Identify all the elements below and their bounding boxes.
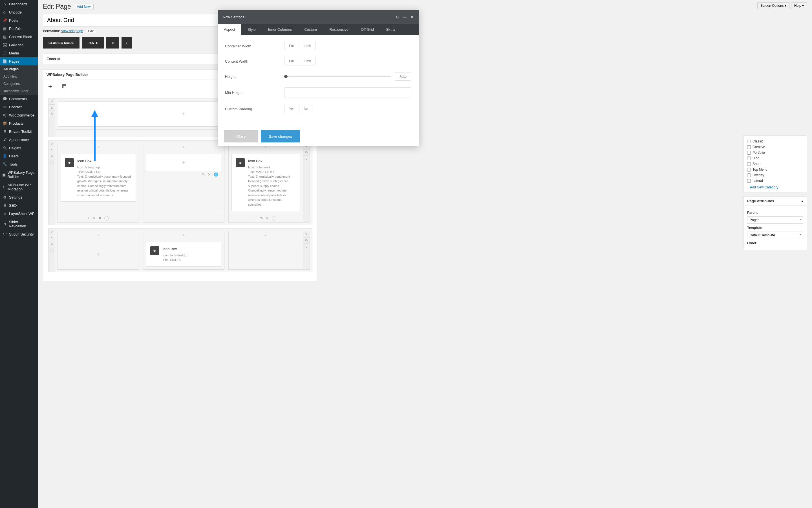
color-indicator[interactable] [50, 249, 54, 252]
minimize-icon[interactable]: — [403, 15, 407, 19]
sidebar-item-plugins[interactable]: 🔌Plugins [0, 144, 38, 152]
category-item[interactable]: Overlay [747, 172, 803, 178]
category-item[interactable]: Lateral [747, 178, 803, 184]
sidebar-sub-all-pages[interactable]: All Pages [0, 66, 38, 73]
add-content-icon[interactable]: + [182, 159, 185, 166]
sidebar-item-envato-toolkit[interactable]: EEnvato Toolkit [0, 127, 38, 136]
builder-column[interactable]: + ✕ ⧉ ⌄ [228, 231, 310, 270]
sidebar-item-comments[interactable]: 💬Comments [0, 95, 38, 103]
chevron-down-icon[interactable]: ⌄ [303, 156, 310, 162]
sidebar-item-contact[interactable]: ✉Contact [0, 103, 38, 111]
category-checkbox[interactable] [747, 162, 751, 166]
edit-row-icon[interactable]: ✎ [48, 111, 55, 117]
category-item[interactable]: Creative [747, 144, 803, 150]
copy-icon[interactable]: ⧉ [303, 150, 310, 156]
auto-button[interactable]: Auto [395, 72, 411, 81]
add-icon[interactable]: + [97, 232, 100, 238]
edit-icon[interactable]: ✎ [260, 216, 263, 220]
builder-column[interactable]: + + [57, 231, 139, 270]
sidebar-item-slider-revolution[interactable]: ↻Slider Revolution [0, 218, 38, 230]
builder-column[interactable]: + ★ Icon Box Icon: fa fa-group Title: AB… [57, 143, 139, 222]
edit-row-icon[interactable]: ✎ [48, 153, 55, 159]
close-button[interactable]: Close [224, 130, 258, 142]
limit-option[interactable]: Limit [299, 42, 315, 50]
screen-options-button[interactable]: Screen Options ▾ [757, 2, 790, 9]
add-content-icon[interactable]: + [182, 111, 185, 117]
category-checkbox[interactable] [747, 173, 751, 177]
limit-option[interactable]: Limit [299, 57, 315, 65]
sidebar-item-content-block[interactable]: ▤Content Block [0, 33, 38, 41]
category-item[interactable]: Classic [747, 138, 803, 144]
builder-row[interactable]: ⤢ ≡ ✎ + + [48, 228, 312, 272]
no-option[interactable]: No [299, 105, 313, 113]
add-icon[interactable]: + [88, 216, 90, 220]
category-checkbox[interactable] [747, 145, 751, 149]
expand-icon[interactable]: ⤢ [48, 229, 55, 235]
columns-icon[interactable]: ≡ [48, 104, 55, 111]
sidebar-item-dashboard[interactable]: ⌂Dashboard [0, 0, 38, 8]
sidebar-item-uncode[interactable]: ◇Uncode [0, 8, 38, 16]
globe-icon[interactable]: 🌐 [214, 172, 218, 177]
sidebar-sub-add-new[interactable]: Add New [0, 73, 38, 80]
full-option[interactable]: Full [284, 57, 299, 65]
columns-icon[interactable]: ≡ [48, 235, 55, 241]
paste-button[interactable]: PASTE [82, 37, 104, 48]
template-select[interactable]: Default Template [747, 231, 803, 239]
collapse-icon[interactable]: ▴ [801, 199, 803, 203]
category-item[interactable]: Top Menu [747, 167, 803, 172]
tab-aspect[interactable]: Aspect [218, 24, 241, 35]
sidebar-item-wpbakery-page-builder[interactable]: ▣WPBakery Page Builder [0, 168, 38, 181]
edit-icon[interactable]: ✎ [92, 216, 96, 220]
add-icon[interactable]: + [182, 232, 185, 238]
add-icon[interactable]: + [264, 232, 267, 238]
columns-icon[interactable]: ≡ [48, 147, 55, 153]
save-button[interactable]: Save changes [261, 130, 300, 142]
category-checkbox[interactable] [747, 168, 751, 171]
delete-icon[interactable]: ✕ [208, 172, 211, 177]
sidebar-item-tools[interactable]: 🔧Tools [0, 160, 38, 168]
min-height-input[interactable] [284, 87, 411, 98]
category-checkbox[interactable] [747, 179, 751, 183]
classic-mode-button[interactable]: CLASSIC MODE [43, 37, 80, 48]
sidebar-item-products[interactable]: 📦Products [0, 119, 38, 127]
help-button[interactable]: Help ▾ [791, 2, 807, 9]
sidebar-item-posts[interactable]: 📌Posts [0, 16, 38, 25]
sidebar-item-seo[interactable]: SSEO [0, 201, 38, 210]
sidebar-item-layerslider-wp[interactable]: ≡LayerSlider WP [0, 210, 38, 218]
sidebar-item-woocommerce[interactable]: WWooCommerce [0, 111, 38, 119]
sidebar-item-appearance[interactable]: 🖌Appearance [0, 136, 38, 144]
copy-icon[interactable]: ⧉ [303, 238, 310, 244]
tab-extra[interactable]: Extra [380, 24, 401, 35]
add-new-button[interactable]: Add New [74, 4, 94, 10]
sidebar-sub-categories[interactable]: Categories [0, 80, 38, 87]
permalink-link[interactable]: View this page [61, 29, 83, 33]
add-icon[interactable]: + [255, 216, 258, 220]
add-element-button[interactable] [43, 80, 57, 93]
builder-column[interactable]: + ★ Icon Box Icon: fa fa-heart Title: MA… [228, 143, 310, 222]
permalink-edit-button[interactable]: Edit [86, 29, 96, 33]
delete-icon[interactable]: ✕ [266, 216, 269, 220]
gear-icon[interactable]: ⚙ [396, 15, 399, 19]
add-category-link[interactable]: + Add New Category [747, 185, 778, 189]
tab-inner-columns[interactable]: Inner Columns [262, 24, 298, 35]
category-item[interactable]: Shop [747, 161, 803, 167]
sidebar-item-portfolio[interactable]: ▦Portfolio [0, 25, 38, 33]
sidebar-item-all-in-one-wp-migration[interactable]: ↻All-in-One WP Migration [0, 181, 38, 193]
icon-box-element[interactable]: ★ Icon Box Icon: fa fa-heart Title: MANI… [231, 154, 300, 211]
color-indicator[interactable] [104, 216, 109, 221]
delete-icon[interactable]: ✕ [303, 231, 310, 238]
close-icon[interactable]: ✕ [410, 15, 414, 19]
tab-responsive[interactable]: Responsive [323, 24, 355, 35]
builder-row[interactable]: ⤢ ≡ ✎ + ★ [48, 140, 312, 225]
undo-count-button[interactable]: 0 [106, 37, 120, 48]
builder-column[interactable]: + + ✎ ✕ 🌐 [143, 143, 224, 222]
category-item[interactable]: Portfolio [747, 150, 803, 156]
tab-off-grid[interactable]: Off-Grid [355, 24, 380, 35]
expand-icon[interactable]: ⤢ [48, 141, 55, 147]
sidebar-item-users[interactable]: 👤Users [0, 152, 38, 160]
full-option[interactable]: Full [284, 42, 299, 50]
add-icon[interactable]: + [182, 144, 185, 150]
sidebar-item-media[interactable]: 🎵Media [0, 49, 38, 57]
height-slider[interactable] [284, 76, 391, 77]
sidebar-item-settings[interactable]: ⚙Settings [0, 193, 38, 201]
